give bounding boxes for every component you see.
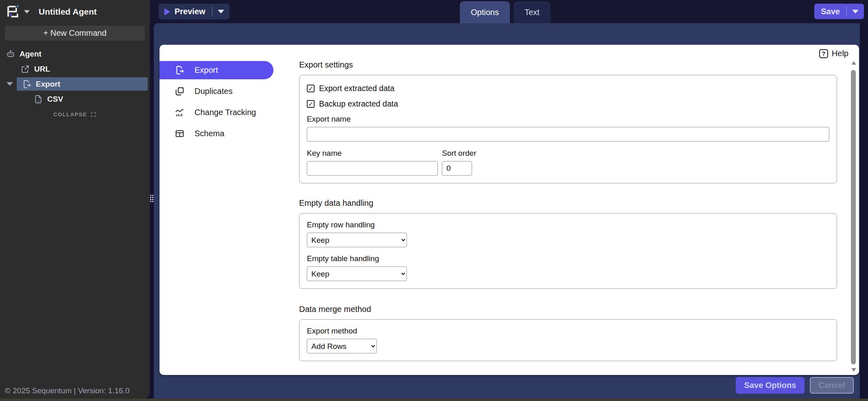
preview-label: Preview (175, 7, 206, 16)
external-link-icon (20, 64, 30, 74)
tree-collapse-button[interactable]: COLLAPSE (0, 108, 150, 120)
app-window: Untitled Agent + New Command Agent (0, 0, 868, 401)
preview-button-group: Preview (159, 4, 230, 20)
options-form: Export settings Export extracted data Ba… (299, 60, 837, 361)
tree-item-label: CSV (47, 95, 63, 104)
export-settings-group: Export extracted data Backup extracted d… (299, 75, 837, 183)
nav-item-label: Schema (195, 129, 224, 138)
command-tree: Agent URL (0, 46, 150, 120)
options-region: ? Help (154, 23, 860, 399)
key-name-label: Key name (307, 149, 438, 158)
section-heading-export-settings: Export settings (299, 60, 837, 70)
agent-menu-chevron-icon[interactable] (24, 10, 30, 13)
tree-expand-caret-icon[interactable] (7, 82, 13, 86)
sidebar-resize-handle[interactable] (150, 195, 153, 202)
panel-footer-actions: Save Options Cancel (736, 377, 854, 394)
nav-item-duplicates[interactable]: Duplicates (160, 82, 273, 100)
chevron-down-icon (852, 10, 859, 13)
tree-item-label: Agent (20, 50, 42, 59)
window-bottom-edge (0, 399, 868, 401)
collapse-icon (90, 111, 96, 118)
export-method-label: Export method (307, 327, 829, 336)
checkbox-label: Backup extracted data (319, 99, 398, 109)
export-method-select[interactable]: Add Rows (307, 339, 377, 353)
nav-item-export[interactable]: Export (160, 61, 273, 79)
checkbox-label: Export extracted data (319, 84, 394, 93)
main-area: Preview Options Text Save (150, 0, 868, 401)
play-icon (164, 8, 170, 15)
save-dropdown-button[interactable] (847, 4, 864, 19)
save-options-button[interactable]: Save Options (736, 377, 805, 394)
help-label: Help (832, 49, 848, 58)
topbar: Preview Options Text Save (150, 0, 868, 23)
file-export-icon (175, 65, 185, 75)
question-mark-icon: ? (819, 49, 828, 58)
version-footer: © 2025 Sequentum | Version: 1.16.0 (5, 386, 129, 395)
nav-item-change-tracking[interactable]: Change Tracking (160, 103, 273, 122)
empty-row-handling-select[interactable]: Keep (307, 233, 407, 247)
tree-item-export[interactable]: Export (0, 76, 150, 92)
sidebar: Untitled Agent + New Command Agent (0, 0, 150, 399)
save-button[interactable]: Save (814, 4, 846, 19)
robot-icon (6, 49, 15, 59)
sidebar-header: Untitled Agent (0, 0, 150, 23)
sort-order-input[interactable] (442, 161, 472, 176)
tree-item-url[interactable]: URL (0, 61, 150, 76)
preview-button[interactable]: Preview (159, 4, 212, 20)
empty-table-handling-select[interactable]: Keep (307, 266, 407, 281)
table-schema-icon (175, 129, 185, 139)
empty-row-handling-label: Empty row handling (307, 220, 829, 229)
change-tracking-chart-icon (175, 107, 185, 118)
preview-dropdown-button[interactable] (212, 4, 230, 20)
sequentum-logo-icon[interactable] (5, 4, 20, 19)
export-name-label: Export name (307, 115, 829, 124)
tab-options[interactable]: Options (460, 1, 510, 23)
tab-text[interactable]: Text (514, 1, 551, 23)
tree-item-label: URL (34, 65, 50, 74)
new-command-button[interactable]: + New Command (5, 26, 145, 41)
export-extracted-data-option[interactable]: Export extracted data (307, 84, 829, 93)
nav-item-schema[interactable]: Schema (160, 124, 273, 143)
file-export-icon (22, 79, 32, 89)
tree-item-export-selected[interactable]: Export (17, 77, 148, 91)
collapse-label: COLLAPSE (53, 111, 87, 118)
cancel-button[interactable]: Cancel (810, 377, 854, 394)
backup-extracted-data-checkbox[interactable] (307, 100, 315, 108)
options-panel: ? Help (160, 45, 859, 375)
help-link[interactable]: ? Help (819, 49, 848, 58)
section-heading-data-merge: Data merge method (299, 305, 837, 314)
section-heading-empty-data: Empty data handling (299, 198, 837, 208)
backup-extracted-data-option[interactable]: Backup extracted data (307, 99, 829, 109)
tree-item-label: Export (36, 80, 60, 89)
options-nav: Export Duplicates (160, 61, 273, 143)
empty-data-group: Empty row handling Keep Empty table hand… (299, 213, 837, 289)
nav-item-label: Duplicates (195, 87, 232, 96)
scrollbar-thumb[interactable] (851, 70, 856, 364)
nav-item-label: Change Tracking (195, 108, 256, 117)
export-name-input[interactable] (307, 127, 829, 142)
sort-order-label: Sort order (442, 149, 491, 158)
empty-table-handling-label: Empty table handling (307, 254, 829, 263)
scroll-up-arrow-icon[interactable] (851, 61, 856, 65)
key-name-input[interactable] (307, 161, 438, 176)
save-button-group: Save (814, 4, 864, 19)
data-merge-group: Export method Add Rows (299, 319, 837, 361)
export-extracted-data-checkbox[interactable] (307, 85, 315, 92)
scroll-down-arrow-icon[interactable] (851, 368, 856, 372)
tree-item-csv[interactable]: CSV (0, 92, 150, 107)
agent-title: Untitled Agent (39, 7, 97, 17)
chevron-down-icon (218, 10, 224, 13)
vertical-scrollbar[interactable] (851, 59, 857, 373)
duplicates-icon (175, 86, 185, 96)
editor-tabs: Options Text (460, 1, 551, 23)
tree-item-agent[interactable]: Agent (0, 46, 150, 61)
nav-item-label: Export (195, 65, 218, 75)
file-csv-icon (33, 94, 43, 104)
